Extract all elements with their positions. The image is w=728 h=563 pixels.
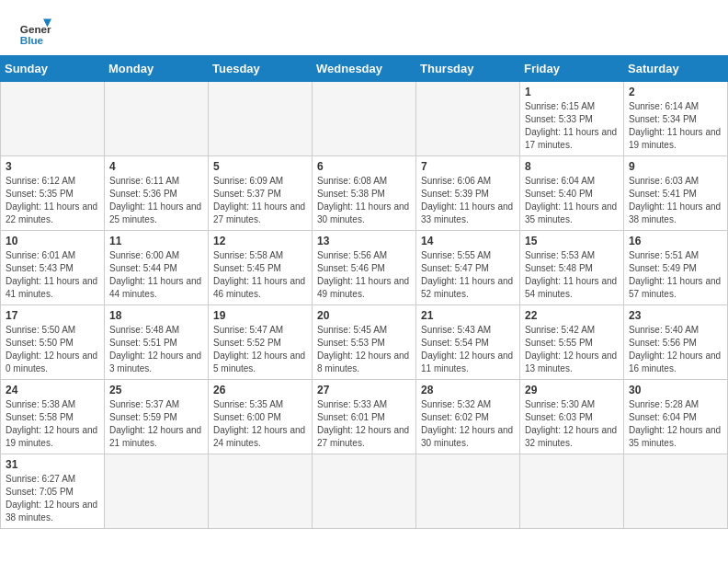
day-number: 11 <box>109 235 203 247</box>
calendar-cell <box>209 454 313 529</box>
calendar-cell: 25Sunrise: 5:37 AM Sunset: 5:59 PM Dayli… <box>105 380 209 454</box>
weekday-header-wednesday: Wednesday <box>313 56 416 82</box>
calendar-cell: 19Sunrise: 5:47 AM Sunset: 5:52 PM Dayli… <box>209 305 313 380</box>
generalblue-logo-icon: General Blue <box>18 15 51 48</box>
day-info: Sunrise: 5:50 AM Sunset: 5:50 PM Dayligh… <box>6 324 99 375</box>
day-info: Sunrise: 6:01 AM Sunset: 5:43 PM Dayligh… <box>6 249 99 301</box>
week-row-5: 24Sunrise: 5:38 AM Sunset: 5:58 PM Dayli… <box>1 380 728 454</box>
day-info: Sunrise: 5:53 AM Sunset: 5:48 PM Dayligh… <box>525 249 619 301</box>
day-info: Sunrise: 6:14 AM Sunset: 5:34 PM Dayligh… <box>629 100 722 152</box>
day-number: 3 <box>6 160 99 173</box>
calendar-cell: 2Sunrise: 6:14 AM Sunset: 5:34 PM Daylig… <box>624 82 728 156</box>
day-info: Sunrise: 5:47 AM Sunset: 5:52 PM Dayligh… <box>213 324 307 375</box>
calendar-cell: 8Sunrise: 6:04 AM Sunset: 5:40 PM Daylig… <box>520 156 624 231</box>
day-number: 23 <box>629 309 722 322</box>
week-row-1: 1Sunrise: 6:15 AM Sunset: 5:33 PM Daylig… <box>1 82 728 156</box>
day-info: Sunrise: 5:45 AM Sunset: 5:53 PM Dayligh… <box>317 324 411 375</box>
day-number: 27 <box>317 384 411 396</box>
calendar-cell: 4Sunrise: 6:11 AM Sunset: 5:36 PM Daylig… <box>105 156 209 231</box>
day-info: Sunrise: 6:00 AM Sunset: 5:44 PM Dayligh… <box>109 249 203 301</box>
calendar-cell <box>105 454 209 529</box>
calendar-cell: 17Sunrise: 5:50 AM Sunset: 5:50 PM Dayli… <box>1 305 105 380</box>
day-number: 19 <box>213 309 307 322</box>
day-number: 15 <box>525 235 619 247</box>
day-number: 18 <box>109 309 203 322</box>
day-info: Sunrise: 5:43 AM Sunset: 5:54 PM Dayligh… <box>421 324 515 375</box>
calendar-cell: 21Sunrise: 5:43 AM Sunset: 5:54 PM Dayli… <box>416 305 520 380</box>
day-info: Sunrise: 5:51 AM Sunset: 5:49 PM Dayligh… <box>629 249 722 301</box>
calendar-cell: 28Sunrise: 5:32 AM Sunset: 6:02 PM Dayli… <box>416 380 520 454</box>
day-number: 26 <box>213 384 307 396</box>
day-info: Sunrise: 6:08 AM Sunset: 5:38 PM Dayligh… <box>317 175 411 226</box>
day-number: 5 <box>213 160 307 173</box>
day-number: 25 <box>109 384 203 396</box>
day-number: 13 <box>317 235 411 247</box>
calendar-cell: 30Sunrise: 5:28 AM Sunset: 6:04 PM Dayli… <box>624 380 728 454</box>
calendar-cell <box>209 82 313 156</box>
weekday-header-thursday: Thursday <box>416 56 520 82</box>
calendar-cell: 5Sunrise: 6:09 AM Sunset: 5:37 PM Daylig… <box>209 156 313 231</box>
day-number: 31 <box>6 458 99 471</box>
day-info: Sunrise: 5:58 AM Sunset: 5:45 PM Dayligh… <box>213 249 307 301</box>
calendar-cell: 6Sunrise: 6:08 AM Sunset: 5:38 PM Daylig… <box>313 156 416 231</box>
weekday-header-saturday: Saturday <box>624 56 728 82</box>
day-number: 7 <box>421 160 515 173</box>
day-info: Sunrise: 5:32 AM Sunset: 6:02 PM Dayligh… <box>421 398 515 450</box>
week-row-3: 10Sunrise: 6:01 AM Sunset: 5:43 PM Dayli… <box>1 231 728 305</box>
day-info: Sunrise: 5:48 AM Sunset: 5:51 PM Dayligh… <box>109 324 203 375</box>
day-number: 16 <box>629 235 722 247</box>
calendar-cell <box>313 82 416 156</box>
calendar-cell <box>313 454 416 529</box>
calendar-cell: 1Sunrise: 6:15 AM Sunset: 5:33 PM Daylig… <box>520 82 624 156</box>
calendar-cell: 16Sunrise: 5:51 AM Sunset: 5:49 PM Dayli… <box>624 231 728 305</box>
day-number: 28 <box>421 384 515 396</box>
day-number: 21 <box>421 309 515 322</box>
day-number: 9 <box>629 160 722 173</box>
calendar-cell <box>105 82 209 156</box>
day-info: Sunrise: 6:03 AM Sunset: 5:41 PM Dayligh… <box>629 175 722 226</box>
day-number: 22 <box>525 309 619 322</box>
calendar-cell <box>416 82 520 156</box>
day-info: Sunrise: 6:09 AM Sunset: 5:37 PM Dayligh… <box>213 175 307 226</box>
svg-text:Blue: Blue <box>20 34 44 46</box>
calendar-cell: 27Sunrise: 5:33 AM Sunset: 6:01 PM Dayli… <box>313 380 416 454</box>
calendar-cell: 18Sunrise: 5:48 AM Sunset: 5:51 PM Dayli… <box>105 305 209 380</box>
weekday-header-row: SundayMondayTuesdayWednesdayThursdayFrid… <box>1 56 728 82</box>
calendar-cell: 31Sunrise: 6:27 AM Sunset: 7:05 PM Dayli… <box>1 454 105 529</box>
calendar-cell: 20Sunrise: 5:45 AM Sunset: 5:53 PM Dayli… <box>313 305 416 380</box>
day-info: Sunrise: 5:40 AM Sunset: 5:56 PM Dayligh… <box>629 324 722 375</box>
calendar-cell: 10Sunrise: 6:01 AM Sunset: 5:43 PM Dayli… <box>1 231 105 305</box>
day-number: 6 <box>317 160 411 173</box>
day-number: 8 <box>525 160 619 173</box>
day-number: 10 <box>6 235 99 247</box>
weekday-header-monday: Monday <box>105 56 209 82</box>
day-info: Sunrise: 6:11 AM Sunset: 5:36 PM Dayligh… <box>109 175 203 226</box>
calendar-cell: 9Sunrise: 6:03 AM Sunset: 5:41 PM Daylig… <box>624 156 728 231</box>
weekday-header-sunday: Sunday <box>1 56 105 82</box>
calendar-cell: 15Sunrise: 5:53 AM Sunset: 5:48 PM Dayli… <box>520 231 624 305</box>
calendar-cell: 14Sunrise: 5:55 AM Sunset: 5:47 PM Dayli… <box>416 231 520 305</box>
weekday-header-friday: Friday <box>520 56 624 82</box>
week-row-2: 3Sunrise: 6:12 AM Sunset: 5:35 PM Daylig… <box>1 156 728 231</box>
calendar-table: SundayMondayTuesdayWednesdayThursdayFrid… <box>0 55 728 529</box>
day-info: Sunrise: 6:27 AM Sunset: 7:05 PM Dayligh… <box>6 473 99 524</box>
calendar-cell <box>624 454 728 529</box>
calendar-cell <box>1 82 105 156</box>
calendar-cell: 3Sunrise: 6:12 AM Sunset: 5:35 PM Daylig… <box>1 156 105 231</box>
week-row-6: 31Sunrise: 6:27 AM Sunset: 7:05 PM Dayli… <box>1 454 728 529</box>
day-info: Sunrise: 6:12 AM Sunset: 5:35 PM Dayligh… <box>6 175 99 226</box>
day-number: 29 <box>525 384 619 396</box>
calendar-cell <box>520 454 624 529</box>
day-info: Sunrise: 5:37 AM Sunset: 5:59 PM Dayligh… <box>109 398 203 450</box>
day-info: Sunrise: 5:33 AM Sunset: 6:01 PM Dayligh… <box>317 398 411 450</box>
day-number: 30 <box>629 384 722 396</box>
day-info: Sunrise: 6:04 AM Sunset: 5:40 PM Dayligh… <box>525 175 619 226</box>
page-header: General Blue <box>0 0 728 55</box>
calendar-cell <box>416 454 520 529</box>
day-number: 17 <box>6 309 99 322</box>
calendar-cell: 11Sunrise: 6:00 AM Sunset: 5:44 PM Dayli… <box>105 231 209 305</box>
weekday-header-tuesday: Tuesday <box>209 56 313 82</box>
day-info: Sunrise: 5:35 AM Sunset: 6:00 PM Dayligh… <box>213 398 307 450</box>
day-number: 1 <box>525 86 619 98</box>
day-info: Sunrise: 5:38 AM Sunset: 5:58 PM Dayligh… <box>6 398 99 450</box>
